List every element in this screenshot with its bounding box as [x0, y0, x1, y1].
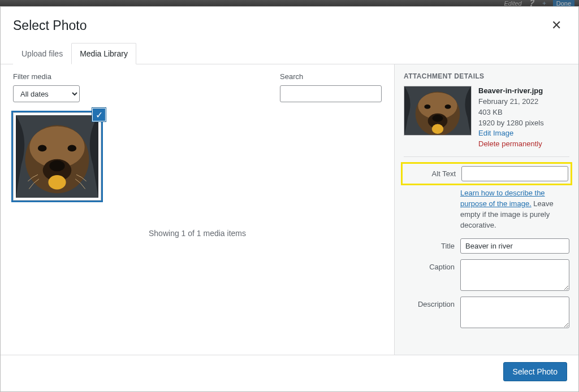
- close-icon[interactable]: ✕: [547, 16, 566, 35]
- alt-text-input[interactable]: [461, 166, 568, 181]
- browser-toolbar: Filter media All dates Search: [13, 72, 382, 102]
- content-area: Filter media All dates Search: [1, 64, 578, 355]
- description-input[interactable]: [460, 297, 569, 328]
- title-input[interactable]: [460, 238, 569, 254]
- beaver-image-icon: [16, 115, 98, 198]
- svg-point-3: [38, 145, 47, 152]
- edited-label: Edited: [504, 0, 522, 7]
- attachment-info: Beaver-in-river.jpg February 21, 2022 40…: [404, 86, 569, 157]
- tab-media-library[interactable]: Media Library: [71, 43, 136, 64]
- attachment-dimensions: 1920 by 1280 pixels: [478, 118, 544, 129]
- caption-input[interactable]: [460, 259, 569, 291]
- media-thumbnail: [16, 115, 98, 198]
- svg-point-11: [424, 104, 430, 109]
- selected-check-icon[interactable]: ✓: [92, 107, 106, 122]
- search-group: Search: [280, 72, 382, 102]
- svg-point-4: [67, 145, 76, 152]
- search-label: Search: [280, 72, 382, 81]
- select-photo-modal: Select Photo ✕ Upload files Media Librar…: [0, 6, 579, 392]
- attachment-filesize: 403 KB: [478, 107, 544, 118]
- alt-text-help: Learn how to describe the purpose of the…: [460, 188, 569, 230]
- search-input[interactable]: [280, 85, 382, 102]
- tab-upload-files[interactable]: Upload files: [13, 43, 71, 64]
- delete-permanently-link[interactable]: Delete permanently: [478, 139, 544, 150]
- background-editor-toolbar: Edited ❔ ＋ Done: [0, 0, 579, 6]
- beaver-image-icon: [404, 86, 471, 135]
- svg-point-15: [432, 124, 443, 134]
- filter-group: Filter media All dates: [13, 72, 80, 102]
- svg-point-6: [49, 160, 64, 171]
- filter-label: Filter media: [13, 72, 80, 81]
- svg-point-7: [48, 175, 66, 189]
- media-item-beaver[interactable]: ✓: [13, 112, 101, 201]
- attachment-details-panel: ATTACHMENT DETAILS: [394, 64, 578, 355]
- edit-image-link[interactable]: Edit Image: [478, 128, 544, 139]
- modal-footer: Select Photo: [1, 355, 578, 391]
- filter-dates-select[interactable]: All dates: [13, 85, 80, 102]
- select-photo-button[interactable]: Select Photo: [503, 362, 567, 381]
- alt-text-label: Alt Text: [405, 166, 456, 178]
- attachment-filename: Beaver-in-river.jpg: [478, 86, 543, 95]
- tab-bar: Upload files Media Library: [1, 43, 578, 64]
- svg-point-14: [433, 115, 443, 122]
- description-row: Description: [404, 297, 569, 328]
- modal-header: Select Photo ✕: [1, 7, 578, 35]
- caption-label: Caption: [404, 259, 455, 271]
- alt-text-row: Alt Text: [404, 165, 569, 182]
- title-label: Title: [404, 238, 455, 250]
- attachment-thumbnail: [404, 86, 472, 136]
- attachment-metadata: Beaver-in-river.jpg February 21, 2022 40…: [478, 86, 544, 150]
- media-grid: ✓: [13, 112, 382, 201]
- media-browser: Filter media All dates Search: [1, 64, 394, 355]
- caption-row: Caption: [404, 259, 569, 291]
- attachment-date: February 21, 2022: [478, 97, 544, 107]
- description-label: Description: [404, 297, 455, 308]
- attachment-details-heading: ATTACHMENT DETAILS: [404, 72, 569, 80]
- svg-point-12: [445, 104, 451, 109]
- media-count-text: Showing 1 of 1 media items: [13, 229, 382, 238]
- title-row: Title: [404, 238, 569, 254]
- modal-title: Select Photo: [13, 18, 87, 33]
